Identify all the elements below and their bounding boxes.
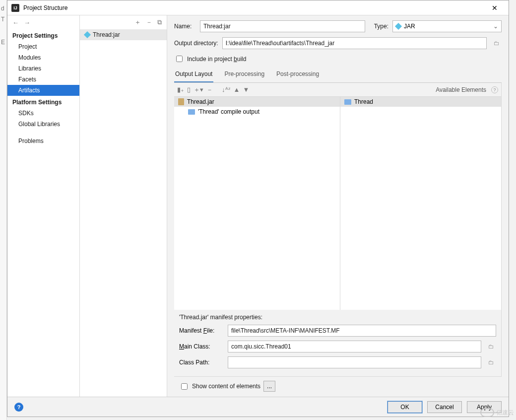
forward-icon[interactable]: → (24, 19, 30, 26)
type-select[interactable]: JAR ⌄ (392, 20, 502, 32)
tab-pre-processing[interactable]: Pre-processing (223, 68, 265, 82)
available-root[interactable]: Thread (340, 97, 501, 107)
add-copy-icon[interactable]: ＋▾ (194, 85, 203, 94)
browse-path-icon[interactable]: 🗀 (485, 357, 496, 368)
artifact-icon (84, 31, 91, 38)
show-content-options-button[interactable]: ... (263, 381, 275, 392)
nav-sidebar: ← → Project Settings ProjectModulesLibra… (7, 15, 80, 397)
available-label: Available Elements (436, 86, 486, 93)
editor-gutter: dTE (0, 0, 7, 420)
project-structure-dialog: IJ Project Structure ✕ ← → Project Setti… (7, 0, 509, 417)
sort-icon[interactable]: ↓ᴬᶻ (222, 86, 231, 93)
outdir-label: Output directory: (174, 40, 218, 47)
add-icon[interactable]: ＋ (134, 18, 141, 27)
tab-post-processing[interactable]: Post-processing (275, 68, 320, 82)
jar-icon (395, 23, 402, 30)
name-input[interactable] (200, 20, 365, 32)
close-button[interactable]: ✕ (485, 4, 505, 12)
copy-icon[interactable]: ⧉ (157, 18, 162, 26)
nav-item-facets[interactable]: Facets (7, 74, 79, 85)
cancel-button[interactable]: Cancel (427, 401, 462, 413)
artifact-list-panel: ＋ － ⧉ Thread:jar (80, 15, 167, 397)
back-icon[interactable]: ← (12, 19, 19, 26)
nav-section-project: Project Settings (7, 29, 79, 41)
include-label: Include in project build (187, 56, 246, 63)
module-output-icon (188, 109, 195, 115)
type-label: Type: (374, 23, 388, 30)
artifact-item[interactable]: Thread:jar (80, 29, 167, 40)
browse-folder-icon[interactable]: 🗀 (491, 38, 502, 49)
ok-button[interactable]: OK (387, 401, 422, 413)
move-up-icon[interactable]: ▲ (234, 86, 240, 93)
main-class-input[interactable] (228, 341, 481, 352)
cloud-icon (480, 408, 494, 417)
tabs: Output LayoutPre-processingPost-processi… (174, 68, 502, 83)
tab-output-layout[interactable]: Output Layout (174, 68, 213, 82)
nav-item-project[interactable]: Project (7, 41, 79, 52)
include-checkbox[interactable] (176, 56, 183, 62)
help-button[interactable]: ? (14, 403, 23, 412)
remove-icon[interactable]: － (146, 18, 152, 27)
tree-root[interactable]: Thread.jar (174, 97, 340, 107)
window-title: Project Structure (23, 4, 485, 11)
app-icon: IJ (11, 4, 19, 12)
new-archive-icon[interactable]: ▯ (187, 86, 191, 93)
dialog-footer: ? OK Cancel Apply (7, 397, 509, 417)
tree-child-label: 'Thread' compile output (198, 108, 259, 115)
tree-child[interactable]: 'Thread' compile output (174, 107, 340, 117)
nav-section-platform: Platform Settings (7, 96, 79, 108)
help-icon[interactable]: ? (491, 86, 498, 93)
tree-root-label: Thread.jar (187, 98, 214, 105)
new-folder-icon[interactable]: ▮₊ (177, 86, 184, 93)
jar-file-icon (178, 98, 184, 105)
class-path-input[interactable] (228, 356, 481, 368)
nav-item-sdks[interactable]: SDKs (7, 108, 79, 119)
nav-item-global-libraries[interactable]: Global Libraries (7, 119, 79, 130)
main-panel: Name: Type: JAR ⌄ Output directory: 🗀 In… (167, 15, 509, 397)
nav-item-libraries[interactable]: Libraries (7, 63, 79, 74)
module-icon (344, 99, 351, 105)
nav-item-problems[interactable]: Problems (7, 136, 79, 146)
class-path-label: Class Path: (179, 359, 224, 366)
nav-item-artifacts[interactable]: Artifacts (7, 85, 79, 96)
manifest-panel: 'Thread.jar' manifest properties: Manife… (174, 310, 501, 376)
main-class-label: Main Class: (179, 343, 224, 350)
type-value: JAR (404, 23, 415, 30)
outdir-input[interactable] (222, 37, 487, 49)
output-layout-pane: ▮₊ ▯ ＋▾ － ↓ᴬᶻ ▲ ▼ Available Elements ? (174, 83, 502, 376)
manifest-file-input[interactable] (228, 325, 496, 337)
manifest-title: 'Thread.jar' manifest properties: (179, 314, 496, 321)
available-root-label: Thread (354, 98, 373, 105)
titlebar: IJ Project Structure ✕ (7, 0, 509, 15)
watermark: 亿速云 (480, 408, 514, 417)
browse-class-icon[interactable]: 🗀 (485, 341, 496, 352)
show-content-label: Show content of elements (192, 383, 260, 390)
show-content-checkbox[interactable] (181, 383, 188, 390)
remove-item-icon[interactable]: － (206, 85, 213, 94)
artifact-label: Thread:jar (93, 31, 120, 38)
manifest-file-label: Manifest File: (179, 327, 224, 334)
chevron-down-icon: ⌄ (493, 23, 498, 30)
nav-item-modules[interactable]: Modules (7, 52, 79, 63)
move-down-icon[interactable]: ▼ (243, 86, 249, 93)
name-label: Name: (174, 23, 196, 30)
